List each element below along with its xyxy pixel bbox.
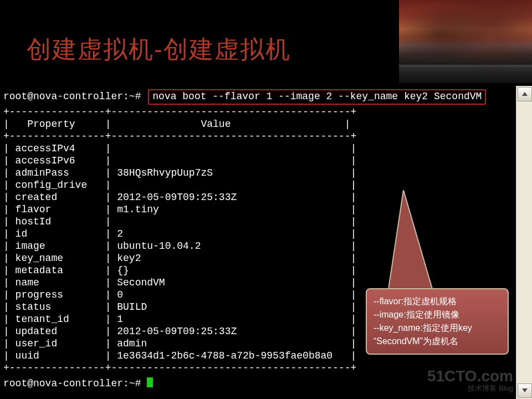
- scroll-down-button[interactable]: [518, 383, 532, 398]
- terminal-container: root@nova-controller:~# nova boot --flav…: [0, 86, 532, 399]
- header-image: [397, 0, 532, 83]
- slide-title: 创建虚拟机-创建虚拟机: [27, 33, 291, 66]
- chevron-up-icon: [522, 92, 528, 96]
- svg-marker-0: [388, 190, 433, 293]
- cursor-block: [147, 377, 153, 387]
- callout-line: --flavor:指定虚机规格: [374, 295, 501, 308]
- callout-line: --image:指定使用镜像: [374, 308, 501, 321]
- scrollbar[interactable]: [516, 86, 532, 399]
- callout-line: “SecondVM”为虚机名: [374, 335, 501, 348]
- scroll-up-button[interactable]: [518, 87, 532, 101]
- command-highlight: nova boot --flavor 1 --image 2 --key_nam…: [148, 89, 486, 105]
- chevron-down-icon: [522, 388, 528, 392]
- annotation-callout: --flavor:指定虚机规格 --image:指定使用镜像 --key_nam…: [366, 288, 509, 355]
- callout-pointer: [388, 190, 438, 295]
- watermark: 51CTO.com 技术博客 Blog: [427, 370, 513, 395]
- callout-line: --key_name:指定使用key: [374, 321, 501, 335]
- shell-prompt: root@nova-controller:~#: [3, 378, 141, 389]
- prompt-line-1: root@nova-controller:~# nova boot --flav…: [3, 89, 516, 105]
- shell-prompt: root@nova-controller:~#: [3, 91, 141, 102]
